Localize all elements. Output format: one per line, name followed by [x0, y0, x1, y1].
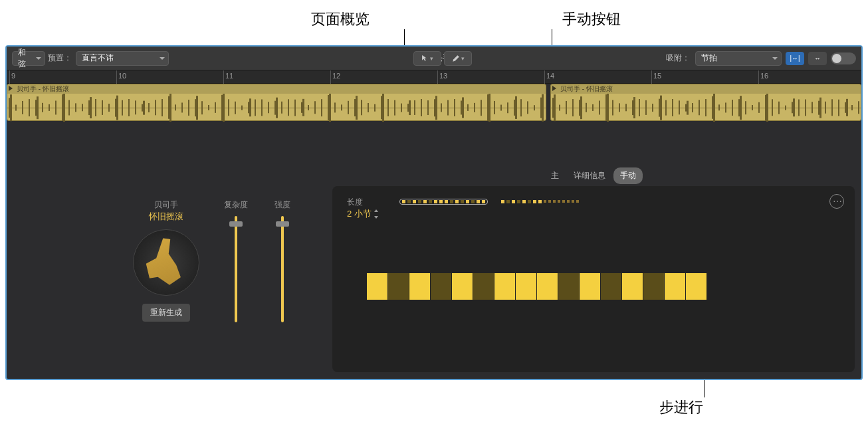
ruler-number: 16 — [760, 72, 768, 80]
step-cell[interactable] — [367, 273, 387, 300]
editor-toolbar: 和弦 预置： 直言不讳 伴奏乐手 ▾ ▾ 吸附： 节拍 |↔| ↔ — [7, 47, 861, 70]
complexity-slider[interactable] — [235, 216, 237, 322]
chevron-down-icon: ▾ — [461, 55, 465, 62]
app-window: 和弦 预置： 直言不讳 伴奏乐手 ▾ ▾ 吸附： 节拍 |↔| ↔ — [5, 45, 863, 380]
ruler-number: 15 — [653, 72, 661, 80]
step-cell[interactable] — [452, 273, 473, 300]
tab-detail[interactable]: 详细信息 — [567, 167, 612, 184]
step-cell[interactable] — [686, 273, 706, 300]
chevron-down-icon: ▾ — [430, 55, 433, 62]
step-cell[interactable] — [516, 273, 536, 300]
ruler-number: 12 — [332, 72, 340, 80]
audio-region[interactable]: 贝司手 - 怀旧摇滚 — [550, 84, 861, 121]
step-cell[interactable] — [643, 273, 664, 300]
snap-label: 吸附： — [666, 53, 690, 64]
track-lane[interactable]: 贝司手 - 怀旧摇滚 贝司手 - 怀旧摇滚 — [7, 84, 861, 122]
preset-dropdown[interactable]: 直言不讳 — [76, 51, 169, 66]
intensity-slider[interactable] — [281, 216, 284, 322]
pointer-icon — [421, 54, 429, 62]
pencil-tool[interactable]: ▾ — [444, 51, 472, 66]
region-name: 贝司手 - 怀旧摇滚 — [17, 84, 69, 94]
player-controls: 贝司手 怀旧摇滚 重新生成 复杂度 强度 — [126, 186, 326, 372]
bass-guitar-icon — [136, 232, 197, 294]
step-cell[interactable] — [622, 273, 643, 300]
ellipsis-icon: ⋯ — [833, 196, 841, 207]
ruler-number: 14 — [546, 72, 554, 80]
length-value: 2 小节 — [347, 208, 372, 220]
length-label: 长度 — [347, 197, 386, 208]
step-cell[interactable] — [431, 273, 451, 300]
ruler-number: 13 — [439, 72, 447, 80]
editor-pane: 贝司手 怀旧摇滚 重新生成 复杂度 强度 主 详细信息 手动 — [126, 186, 855, 372]
step-cell[interactable] — [537, 273, 558, 300]
snap-value: 节拍 — [701, 53, 717, 64]
tab-manual[interactable]: 手动 — [613, 167, 643, 184]
callout-step-label: 步进行 — [659, 397, 703, 417]
stepper-arrows-icon — [374, 209, 378, 219]
preset-label: 预置： — [48, 53, 72, 64]
step-cell[interactable] — [580, 273, 600, 300]
instrument-type-label: 贝司手 — [154, 199, 178, 211]
audio-region[interactable]: 贝司手 - 怀旧摇滚 — [7, 84, 546, 121]
page-overview — [399, 199, 580, 205]
time-ruler[interactable]: 910111213141516 — [7, 70, 861, 84]
instrument-style-label: 怀旧摇滚 — [149, 211, 183, 223]
ruler-number: 11 — [225, 72, 233, 80]
snap-toggle-button[interactable]: |↔| — [786, 52, 804, 65]
overview-page[interactable] — [399, 199, 488, 205]
waveform — [7, 94, 546, 122]
more-options-button[interactable]: ⋯ — [829, 194, 844, 209]
snap-dropdown[interactable]: 节拍 — [695, 51, 782, 66]
callout-overview-label: 页面概览 — [311, 9, 370, 29]
length-stepper[interactable]: 2 小节 — [347, 208, 386, 220]
toggle-switch[interactable] — [831, 53, 856, 64]
instrument-image[interactable] — [133, 229, 199, 296]
panel-tabs: 主 详细信息 手动 — [544, 167, 643, 184]
play-icon — [552, 86, 556, 91]
waveform — [551, 94, 861, 122]
step-row — [367, 273, 840, 300]
step-sequencer-panel: 主 详细信息 手动 长度 2 小节 ⋯ — [332, 186, 855, 372]
step-cell[interactable] — [494, 273, 515, 300]
callout-manual-label: 手动按钮 — [562, 9, 621, 29]
ruler-number: 9 — [11, 72, 15, 80]
step-cell[interactable] — [665, 273, 685, 300]
play-icon — [9, 86, 13, 91]
preset-value: 直言不讳 — [82, 53, 114, 64]
intensity-label: 强度 — [274, 199, 290, 211]
chord-label: 和弦 — [18, 47, 31, 70]
ruler-number: 10 — [118, 72, 126, 80]
tab-main[interactable]: 主 — [544, 167, 566, 184]
pencil-icon — [452, 54, 460, 62]
overview-page[interactable] — [500, 199, 580, 205]
step-cell[interactable] — [388, 273, 409, 300]
link-button[interactable]: ↔ — [808, 52, 827, 65]
region-name: 贝司手 - 怀旧摇滚 — [560, 84, 613, 94]
step-cell[interactable] — [473, 273, 494, 300]
chord-dropdown[interactable]: 和弦 — [12, 51, 45, 66]
regenerate-button[interactable]: 重新生成 — [142, 304, 190, 322]
step-cell[interactable] — [601, 273, 621, 300]
step-cell[interactable] — [409, 273, 430, 300]
pointer-tool[interactable]: ▾ — [413, 51, 441, 66]
snap-icon: |↔| — [790, 54, 800, 62]
step-cell[interactable] — [558, 273, 579, 300]
complexity-label: 复杂度 — [224, 199, 248, 211]
link-icon: ↔ — [814, 54, 821, 62]
